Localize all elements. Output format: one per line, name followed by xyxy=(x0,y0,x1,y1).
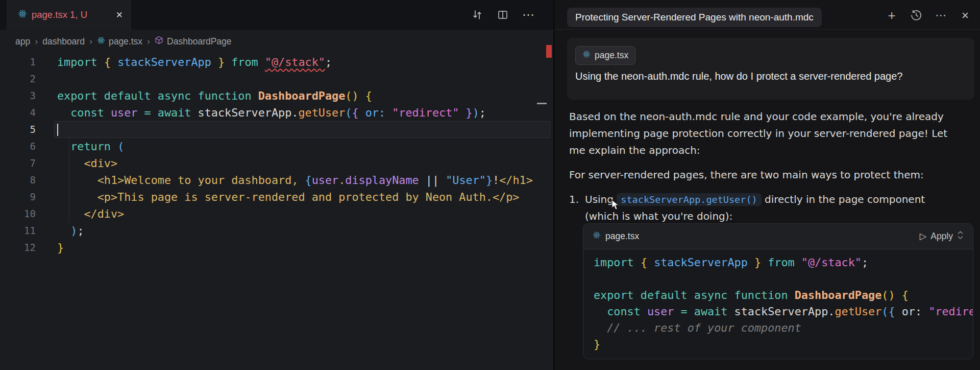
split-editor-icon[interactable] xyxy=(495,7,510,22)
line-number: 2 xyxy=(0,71,36,87)
editor-actions: ⋯ xyxy=(470,7,536,22)
attached-file-chip[interactable]: page.tsx xyxy=(575,46,635,65)
line-number: 4 xyxy=(0,104,36,121)
answer-list-item-1: 1. Using stackServerApp.getUser() direct… xyxy=(569,191,954,225)
breadcrumb: app › dashboard › page.tsx › DashboardPa… xyxy=(15,30,232,53)
tab-page-tsx[interactable]: page.tsx 1, U ✕ xyxy=(7,0,131,30)
code-editor[interactable]: 1import { stackServerApp } from "@/stack… xyxy=(0,54,553,256)
breadcrumb-separator: › xyxy=(89,36,92,47)
chip-filename: page.tsx xyxy=(595,50,628,61)
more-options-icon[interactable]: ⋯ xyxy=(933,7,949,24)
code-line[interactable]: 6 return ( xyxy=(0,138,553,155)
code-line[interactable]: 8 <h1>Welcome to your dashboard, {user.d… xyxy=(0,172,553,189)
react-icon xyxy=(582,50,591,61)
code-block-filename: page.tsx xyxy=(605,231,639,242)
overview-ruler-error-mark xyxy=(546,45,552,58)
chat-title: Protecting Server-Rendered Pages with ne… xyxy=(567,8,822,27)
breadcrumb-separator: › xyxy=(147,36,150,47)
breadcrumb-symbol[interactable]: DashboardPage xyxy=(155,36,231,47)
react-icon xyxy=(97,36,105,47)
line-number: 5 xyxy=(0,121,36,138)
react-icon xyxy=(18,9,27,20)
line-number: 3 xyxy=(0,87,36,104)
code-line xyxy=(594,271,973,287)
indent-guide xyxy=(69,138,69,223)
answer-paragraph-1: Based on the neon-auth.mdc rule and your… xyxy=(569,108,954,159)
code-line[interactable]: 2 xyxy=(0,71,553,87)
line-number: 7 xyxy=(0,155,36,172)
code-line[interactable]: 12} xyxy=(0,239,553,256)
code-line[interactable]: 1import { stackServerApp } from "@/stack… xyxy=(0,54,553,71)
history-icon[interactable] xyxy=(908,7,924,24)
editor-pane: page.tsx 1, U ✕ ⋯ app › dashboard › page… xyxy=(0,0,553,370)
code-line[interactable]: 5 xyxy=(0,121,553,138)
overview-ruler-cursor-mark xyxy=(537,103,547,104)
breadcrumb-separator: › xyxy=(35,36,38,47)
code-line: export default async function DashboardP… xyxy=(594,287,973,304)
mouse-cursor xyxy=(610,199,621,213)
code-line[interactable]: 7 <div> xyxy=(0,155,553,172)
breadcrumb-app[interactable]: app xyxy=(15,36,30,47)
code-line[interactable]: 11 ); xyxy=(0,222,553,239)
code-line: import { stackServerApp } from "@/stack"… xyxy=(594,255,973,271)
user-question-text: Using the neon-auth.mdc rule, how do I p… xyxy=(575,71,968,82)
tab-close-icon[interactable]: ✕ xyxy=(116,10,123,20)
chat-code-block: page.tsx ▷ Apply import { stackServerApp… xyxy=(583,223,973,359)
code-line[interactable]: 3export default async function Dashboard… xyxy=(0,87,553,104)
code-line: } xyxy=(594,336,973,353)
apply-button[interactable]: ▷ Apply xyxy=(920,229,964,243)
line-number: 11 xyxy=(0,222,36,239)
symbol-cube-icon xyxy=(155,36,163,47)
tab-label: page.tsx 1, U xyxy=(32,9,87,20)
chat-header: Protecting Server-Rendered Pages with ne… xyxy=(554,0,980,30)
breadcrumb-file[interactable]: page.tsx xyxy=(97,36,142,47)
code-line[interactable]: 10 </div> xyxy=(0,205,553,222)
line-number: 6 xyxy=(0,138,36,155)
code-line: // ... rest of your component xyxy=(594,320,973,336)
more-actions-icon[interactable]: ⋯ xyxy=(521,7,536,22)
current-line-highlight xyxy=(54,121,550,138)
react-icon xyxy=(593,231,601,242)
play-icon: ▷ xyxy=(920,231,926,242)
line-number: 10 xyxy=(0,205,36,222)
line-number: 12 xyxy=(0,239,36,256)
new-chat-icon[interactable]: + xyxy=(884,7,900,24)
expand-chevrons-icon[interactable] xyxy=(957,229,964,243)
chat-pane: Protecting Server-Rendered Pages with ne… xyxy=(554,0,980,370)
assistant-answer: Based on the neon-auth.mdc rule and your… xyxy=(569,108,954,225)
list-text: Using stackServerApp.getUser() directly … xyxy=(585,191,954,225)
answer-paragraph-2: For server-rendered pages, there are two… xyxy=(569,167,954,183)
close-panel-icon[interactable]: ✕ xyxy=(957,7,973,24)
code-line[interactable]: 9 <p>This page is server-rendered and pr… xyxy=(0,189,553,205)
code-block-header: page.tsx ▷ Apply xyxy=(583,224,973,249)
user-message-card: page.tsx Using the neon-auth.mdc rule, h… xyxy=(567,38,974,100)
line-number: 9 xyxy=(0,189,36,205)
open-changes-icon[interactable] xyxy=(470,7,485,22)
code-line: const user = await stackServerApp.getUse… xyxy=(594,304,973,320)
code-block-body: import { stackServerApp } from "@/stack"… xyxy=(583,249,973,353)
code-line[interactable]: 4 const user = await stackServerApp.getU… xyxy=(0,104,553,121)
line-number: 8 xyxy=(0,172,36,189)
inline-code: stackServerApp.getUser() xyxy=(617,193,761,206)
line-number: 1 xyxy=(0,54,36,71)
text-cursor xyxy=(57,124,58,136)
list-number: 1. xyxy=(569,191,585,225)
breadcrumb-dashboard[interactable]: dashboard xyxy=(42,36,85,47)
